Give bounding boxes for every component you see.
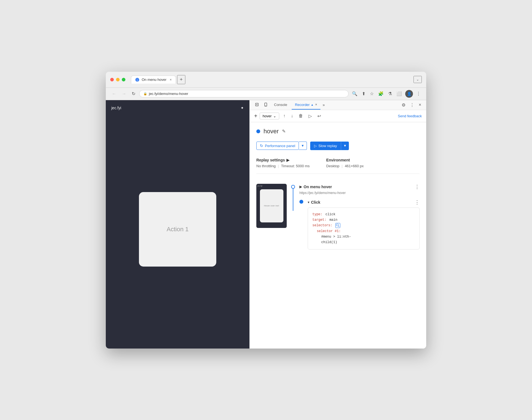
minimize-button[interactable] [116,78,120,81]
perf-panel-dropdown-button[interactable]: ▼ [299,142,307,150]
reload-button[interactable]: ↻ [130,90,137,97]
recording-name-dropdown[interactable]: hover ⌄ [260,113,280,119]
recording-title: hover [264,128,279,135]
navigate-entry-url: https://jec.fyi/demo/menu-hover [299,191,420,195]
bookmark-button[interactable]: ☆ [369,90,375,97]
devtools-settings-button[interactable]: ⚙ [400,101,407,109]
settings-separator: | [278,164,279,168]
page-content-area: Action 1 [111,116,244,343]
tab-recorder[interactable]: Recorder ▲ × [292,100,320,110]
extensions-button[interactable]: 🧩 [377,90,385,97]
action-buttons: ↻ Performance panel ▼ ▷ Slow replay ▼ [256,142,420,150]
env-separator: | [342,164,343,168]
recording-name-label: hover [263,114,272,118]
replay-settings-values: No throttling | Timeout: 5000 ms [256,164,310,168]
recording-status-dot [256,129,260,133]
recorder-tab-close[interactable]: × [315,103,317,107]
click-timeline-circle [299,200,303,204]
replay-settings-group: Replay settings ▶ No throttling | Timeou… [256,158,310,168]
search-button[interactable]: 🔍 [351,90,359,97]
click-entry: ▾ Click ⋮ type: [299,199,420,249]
dropdown-arrow-icon: ⌄ [273,114,276,118]
code-selectors-line: selectors: [312,223,415,228]
split-view-button[interactable]: ⬜ [395,90,403,97]
labs-button[interactable]: ⚗ [387,90,393,97]
start-recording-button[interactable]: ▷ [307,112,314,120]
code-selector-value-2: child(1) [312,240,415,245]
nav-bar: ← → ↻ 🔒 jec.fyi/demo/menu-hover 🔍 ⬆ ☆ 🧩 … [106,88,426,100]
timeline-visual-top [291,184,295,211]
device-toolbar-button[interactable] [262,101,270,109]
navigate-entry-header: ▶ On menu hover ⋮ [299,184,420,190]
address-text: jec.fyi/demo/menu-hover [149,92,188,96]
nav-actions: 🔍 ⬆ ☆ 🧩 ⚗ ⬜ 👤 ⋮ [351,90,422,98]
mini-preview-inner: Hover over me! [260,189,283,222]
traffic-lights [110,78,125,81]
import-recording-button[interactable]: ↓ [289,112,295,119]
perf-panel-group: ↻ Performance panel ▼ [256,142,307,150]
edit-title-icon[interactable]: ✎ [282,129,286,134]
back-button[interactable]: ← [110,90,118,97]
click-title[interactable]: ▾ Click [308,200,320,204]
environment-values: Desktop | 461×660 px [326,164,364,168]
timeline-node-navigate: ▶ On menu hover ⋮ https://jec.fyi/demo/m… [291,184,420,249]
expand-tabs-button[interactable]: ⌄ [414,76,422,83]
selector-picker-icon[interactable] [335,223,340,228]
environment-title: Environment [326,158,364,162]
slow-replay-dropdown-button[interactable]: ▼ [341,142,349,150]
add-recording-button[interactable]: + [254,113,257,119]
replay-settings: Replay settings ▶ No throttling | Timeou… [256,158,420,174]
replay-settings-title[interactable]: Replay settings ▶ [256,158,310,162]
close-button[interactable] [110,78,114,81]
send-feedback-button[interactable]: Send feedback [398,114,422,118]
address-bar[interactable]: 🔒 jec.fyi/demo/menu-hover [139,90,349,97]
tab-title: On menu hover [142,78,167,82]
environment-settings-group: Environment Desktop | 461×660 px [326,158,364,168]
code-selector-num-line: selector #1: [312,228,415,234]
settings-arrow-icon: ▶ [286,158,289,162]
tab-close-button[interactable]: × [170,78,172,82]
devtools-close-button[interactable]: × [417,101,423,109]
more-tabs-button[interactable]: » [323,103,325,107]
svg-text:j: j [137,79,138,81]
slow-replay-play-icon: ▷ [314,144,317,148]
forward-button[interactable]: → [120,90,128,97]
active-tab[interactable]: j On menu hover × [131,76,176,84]
export-recording-button[interactable]: ↑ [281,112,287,119]
code-block: type: click target: main [308,208,420,249]
inspect-element-button[interactable] [253,101,261,109]
site-name: jec.fyi [111,106,121,110]
navigate-entry-title[interactable]: ▶ On menu hover [299,185,332,189]
maximize-button[interactable] [122,78,125,81]
timeline-content-navigate: ▶ On menu hover ⋮ https://jec.fyi/demo/m… [299,184,420,249]
timeline-line [293,189,293,211]
browser-window: j On menu hover × + ⌄ ← → ↻ 🔒 jec.fyi/de… [106,72,426,349]
devtools-more-button[interactable]: ⋮ [408,101,416,109]
click-more-button[interactable]: ⋮ [415,199,420,205]
lock-icon: 🔒 [143,92,147,95]
menu-button[interactable]: ⋮ [415,90,422,97]
slow-replay-group: ▷ Slow replay ▼ [310,142,349,150]
recording-entry: jec.fyi Hover over me! [256,180,420,253]
recording-content: hover ✎ ↻ Performance panel ▼ ▷ [250,122,426,349]
slow-replay-button[interactable]: ▷ Slow replay [310,142,341,150]
timeline-circle-top [291,185,295,189]
recording-header: hover ✎ [256,128,420,135]
mini-preview-title: jec.fyi [257,185,262,187]
click-timeline-visual [299,199,303,204]
profile-button[interactable]: 👤 [405,90,413,98]
click-chevron-icon: ▾ [308,200,309,204]
mini-preview-card-text: Hover over me! [264,204,279,207]
navigate-more-button[interactable]: ⋮ [415,184,420,190]
click-content: ▾ Click ⋮ type: [308,199,420,249]
performance-panel-button[interactable]: ↻ Performance panel [256,142,299,150]
delete-recording-button[interactable]: 🗑 [297,112,305,119]
recorder-tab-icon: ▲ [311,103,314,106]
new-tab-button[interactable]: + [177,75,186,84]
tab-console[interactable]: Console [271,100,291,110]
code-selector-value-1: #menu > li:nth- [312,234,415,240]
click-header: ▾ Click ⋮ [308,199,420,205]
replay-button[interactable]: ↩ [316,112,323,120]
share-button[interactable]: ⬆ [361,90,367,97]
sun-icon[interactable]: ✦ [241,106,244,110]
